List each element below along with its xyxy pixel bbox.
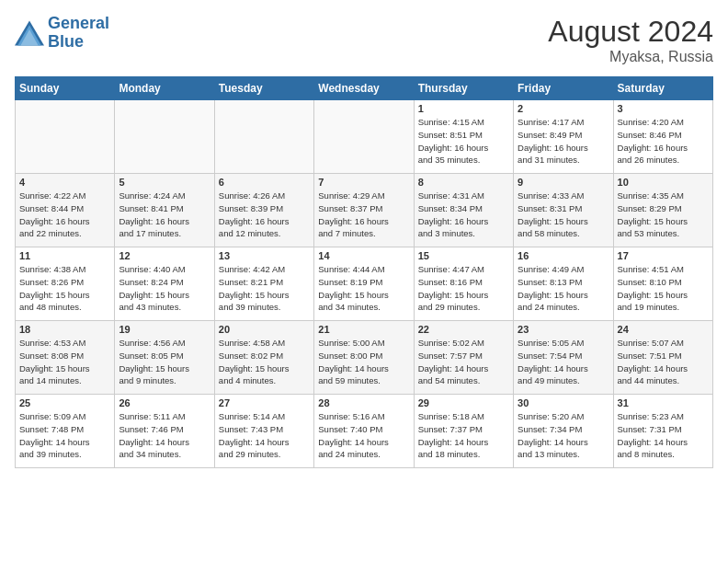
calendar-cell: 18Sunrise: 4:53 AM Sunset: 8:08 PM Dayli… (16, 321, 115, 395)
day-number: 18 (19, 324, 110, 335)
calendar-cell: 14Sunrise: 4:44 AM Sunset: 8:19 PM Dayli… (314, 247, 414, 321)
calendar-cell: 6Sunrise: 4:26 AM Sunset: 8:39 PM Daylig… (214, 174, 313, 247)
day-info: Sunrise: 4:42 AM Sunset: 8:21 PM Dayligh… (219, 263, 310, 314)
day-number: 20 (219, 324, 310, 335)
day-info: Sunrise: 4:22 AM Sunset: 8:44 PM Dayligh… (19, 190, 110, 240)
day-info: Sunrise: 5:00 AM Sunset: 8:00 PM Dayligh… (318, 337, 409, 387)
day-info: Sunrise: 5:07 AM Sunset: 7:51 PM Dayligh… (618, 337, 709, 387)
day-number: 5 (119, 177, 210, 188)
col-header-tuesday: Tuesday (214, 77, 313, 100)
day-number: 11 (19, 250, 110, 261)
calendar-cell: 17Sunrise: 4:51 AM Sunset: 8:10 PM Dayli… (613, 247, 712, 321)
day-info: Sunrise: 4:15 AM Sunset: 8:51 PM Dayligh… (418, 116, 509, 167)
day-info: Sunrise: 4:58 AM Sunset: 8:02 PM Dayligh… (219, 337, 310, 387)
day-info: Sunrise: 4:17 AM Sunset: 8:49 PM Dayligh… (518, 116, 609, 167)
day-info: Sunrise: 5:02 AM Sunset: 7:57 PM Dayligh… (418, 337, 509, 387)
day-number: 12 (119, 250, 210, 261)
day-info: Sunrise: 4:38 AM Sunset: 8:26 PM Dayligh… (19, 263, 110, 314)
calendar-cell: 24Sunrise: 5:07 AM Sunset: 7:51 PM Dayli… (613, 321, 712, 395)
calendar-cell: 25Sunrise: 5:09 AM Sunset: 7:48 PM Dayli… (16, 395, 115, 468)
day-number: 13 (219, 250, 310, 261)
day-number: 14 (318, 250, 409, 261)
week-row-4: 18Sunrise: 4:53 AM Sunset: 8:08 PM Dayli… (16, 321, 713, 395)
day-info: Sunrise: 5:14 AM Sunset: 7:43 PM Dayligh… (219, 410, 310, 461)
day-info: Sunrise: 4:47 AM Sunset: 8:16 PM Dayligh… (418, 263, 509, 314)
calendar-cell (115, 100, 214, 174)
calendar-cell: 9Sunrise: 4:33 AM Sunset: 8:31 PM Daylig… (514, 174, 613, 247)
calendar-cell: 22Sunrise: 5:02 AM Sunset: 7:57 PM Dayli… (414, 321, 513, 395)
day-info: Sunrise: 4:24 AM Sunset: 8:41 PM Dayligh… (119, 190, 210, 240)
month-year: August 2024 (548, 15, 713, 49)
day-info: Sunrise: 4:40 AM Sunset: 8:24 PM Dayligh… (119, 263, 210, 314)
calendar-cell: 2Sunrise: 4:17 AM Sunset: 8:49 PM Daylig… (514, 100, 613, 174)
calendar-cell (214, 100, 313, 174)
col-header-thursday: Thursday (414, 77, 513, 100)
day-number: 3 (618, 103, 709, 114)
calendar-cell: 7Sunrise: 4:29 AM Sunset: 8:37 PM Daylig… (314, 174, 414, 247)
day-info: Sunrise: 5:05 AM Sunset: 7:54 PM Dayligh… (518, 337, 609, 387)
day-info: Sunrise: 4:33 AM Sunset: 8:31 PM Dayligh… (518, 190, 609, 240)
calendar-cell: 15Sunrise: 4:47 AM Sunset: 8:16 PM Dayli… (414, 247, 513, 321)
calendar-cell: 12Sunrise: 4:40 AM Sunset: 8:24 PM Dayli… (115, 247, 214, 321)
logo: General Blue (15, 15, 109, 52)
day-info: Sunrise: 4:53 AM Sunset: 8:08 PM Dayligh… (19, 337, 110, 387)
title-block: August 2024 Myaksa, Russia (548, 15, 713, 65)
day-number: 10 (618, 177, 709, 188)
week-row-3: 11Sunrise: 4:38 AM Sunset: 8:26 PM Dayli… (16, 247, 713, 321)
day-info: Sunrise: 4:31 AM Sunset: 8:34 PM Dayligh… (418, 190, 509, 240)
day-number: 29 (418, 397, 509, 408)
header-row: SundayMondayTuesdayWednesdayThursdayFrid… (16, 77, 713, 100)
calendar-cell: 26Sunrise: 5:11 AM Sunset: 7:46 PM Dayli… (115, 395, 214, 468)
day-number: 17 (618, 250, 709, 261)
calendar-cell: 4Sunrise: 4:22 AM Sunset: 8:44 PM Daylig… (16, 174, 115, 247)
day-number: 21 (318, 324, 409, 335)
calendar-cell: 10Sunrise: 4:35 AM Sunset: 8:29 PM Dayli… (613, 174, 712, 247)
day-number: 9 (518, 177, 609, 188)
day-number: 6 (219, 177, 310, 188)
day-number: 8 (418, 177, 509, 188)
logo-icon (15, 20, 44, 46)
calendar-table: SundayMondayTuesdayWednesdayThursdayFrid… (15, 76, 713, 468)
day-number: 26 (119, 397, 210, 408)
col-header-wednesday: Wednesday (314, 77, 414, 100)
calendar-cell: 5Sunrise: 4:24 AM Sunset: 8:41 PM Daylig… (115, 174, 214, 247)
location: Myaksa, Russia (548, 49, 713, 65)
day-number: 15 (418, 250, 509, 261)
page-header: General Blue August 2024 Myaksa, Russia (15, 15, 713, 65)
day-info: Sunrise: 5:11 AM Sunset: 7:46 PM Dayligh… (119, 410, 210, 461)
day-info: Sunrise: 5:16 AM Sunset: 7:40 PM Dayligh… (318, 410, 409, 461)
day-number: 27 (219, 397, 310, 408)
col-header-sunday: Sunday (16, 77, 115, 100)
calendar-cell: 19Sunrise: 4:56 AM Sunset: 8:05 PM Dayli… (115, 321, 214, 395)
day-info: Sunrise: 4:51 AM Sunset: 8:10 PM Dayligh… (618, 263, 709, 314)
calendar-cell: 1Sunrise: 4:15 AM Sunset: 8:51 PM Daylig… (414, 100, 513, 174)
calendar-cell: 21Sunrise: 5:00 AM Sunset: 8:00 PM Dayli… (314, 321, 414, 395)
day-info: Sunrise: 5:09 AM Sunset: 7:48 PM Dayligh… (19, 410, 110, 461)
day-number: 23 (518, 324, 609, 335)
col-header-friday: Friday (514, 77, 613, 100)
day-number: 31 (618, 397, 709, 408)
week-row-5: 25Sunrise: 5:09 AM Sunset: 7:48 PM Dayli… (16, 395, 713, 468)
day-info: Sunrise: 5:23 AM Sunset: 7:31 PM Dayligh… (618, 410, 709, 461)
calendar-cell: 13Sunrise: 4:42 AM Sunset: 8:21 PM Dayli… (214, 247, 313, 321)
calendar-cell (314, 100, 414, 174)
week-row-2: 4Sunrise: 4:22 AM Sunset: 8:44 PM Daylig… (16, 174, 713, 247)
day-number: 22 (418, 324, 509, 335)
calendar-cell: 31Sunrise: 5:23 AM Sunset: 7:31 PM Dayli… (613, 395, 712, 468)
calendar-cell: 16Sunrise: 4:49 AM Sunset: 8:13 PM Dayli… (514, 247, 613, 321)
calendar-cell: 30Sunrise: 5:20 AM Sunset: 7:34 PM Dayli… (514, 395, 613, 468)
day-number: 2 (518, 103, 609, 114)
calendar-cell (16, 100, 115, 174)
day-info: Sunrise: 4:56 AM Sunset: 8:05 PM Dayligh… (119, 337, 210, 387)
calendar-cell: 20Sunrise: 4:58 AM Sunset: 8:02 PM Dayli… (214, 321, 313, 395)
day-info: Sunrise: 4:44 AM Sunset: 8:19 PM Dayligh… (318, 263, 409, 314)
calendar-cell: 3Sunrise: 4:20 AM Sunset: 8:46 PM Daylig… (613, 100, 712, 174)
day-info: Sunrise: 4:26 AM Sunset: 8:39 PM Dayligh… (219, 190, 310, 240)
day-info: Sunrise: 4:49 AM Sunset: 8:13 PM Dayligh… (518, 263, 609, 314)
day-info: Sunrise: 5:18 AM Sunset: 7:37 PM Dayligh… (418, 410, 509, 461)
day-number: 16 (518, 250, 609, 261)
calendar-cell: 27Sunrise: 5:14 AM Sunset: 7:43 PM Dayli… (214, 395, 313, 468)
day-number: 28 (318, 397, 409, 408)
day-number: 25 (19, 397, 110, 408)
day-info: Sunrise: 4:20 AM Sunset: 8:46 PM Dayligh… (618, 116, 709, 167)
